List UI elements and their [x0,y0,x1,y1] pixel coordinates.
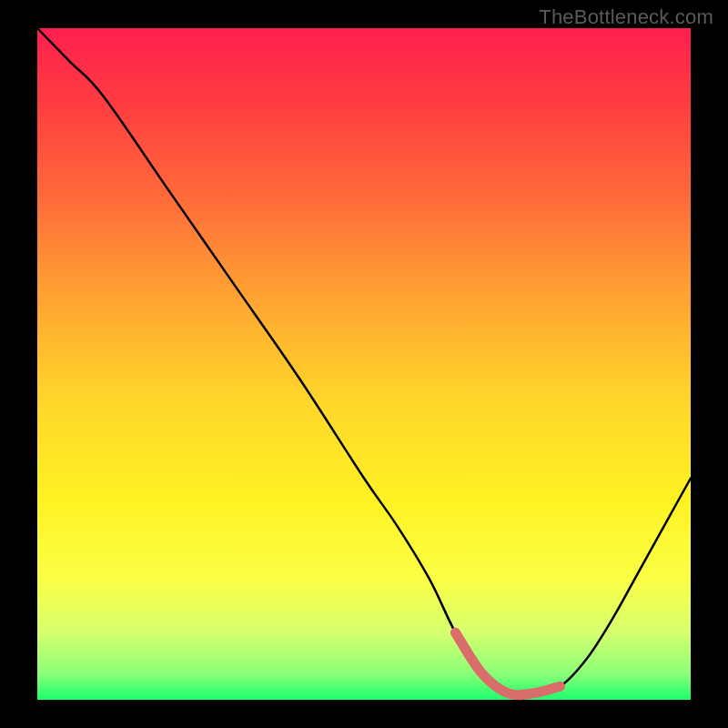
chart-container: TheBottleneck.com [0,0,728,728]
bottleneck-curve [37,28,691,695]
highlight-segment [456,632,561,695]
watermark-text: TheBottleneck.com [539,5,713,29]
plot-area [37,28,691,700]
curve-svg [37,28,691,700]
